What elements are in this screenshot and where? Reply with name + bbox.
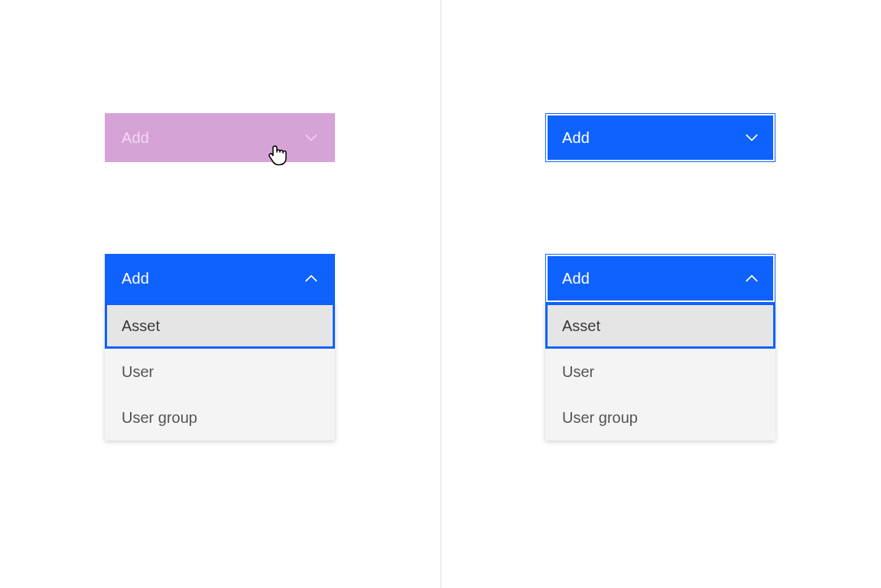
add-menu: Asset User User group (105, 303, 335, 440)
menu-item-asset[interactable]: Asset (105, 303, 335, 349)
add-button-label: Add (122, 271, 149, 286)
add-menu: Asset User User group (545, 303, 775, 440)
add-button-label: Add (122, 130, 149, 145)
add-combo-button-focus[interactable]: Add (545, 113, 775, 162)
add-button-label: Add (562, 271, 590, 286)
add-combo-button-hover[interactable]: Add (105, 113, 335, 162)
menu-item-asset[interactable]: Asset (545, 303, 775, 349)
menu-item-user[interactable]: User (545, 349, 775, 395)
menu-item-label: User (562, 363, 594, 381)
chevron-down-icon (745, 131, 759, 145)
menu-item-user[interactable]: User (105, 349, 335, 395)
add-combo-button-open[interactable]: Add (105, 254, 335, 303)
chevron-up-icon (304, 271, 318, 285)
menu-item-label: User group (122, 409, 197, 427)
chevron-up-icon (745, 271, 759, 285)
menu-item-label: User (122, 363, 154, 381)
add-button-label: Add (562, 130, 590, 145)
menu-item-label: Asset (562, 317, 600, 335)
example-left-panel: Add Add Asset User User group (0, 0, 440, 588)
menu-item-label: User group (562, 409, 638, 427)
menu-item-user-group[interactable]: User group (105, 395, 335, 440)
add-combo-button-open-focus[interactable]: Add (545, 254, 775, 303)
menu-item-user-group[interactable]: User group (545, 395, 775, 440)
chevron-down-icon (304, 131, 318, 145)
example-right-panel: Add Add Asset User User group (440, 0, 881, 588)
menu-item-label: Asset (122, 317, 160, 335)
